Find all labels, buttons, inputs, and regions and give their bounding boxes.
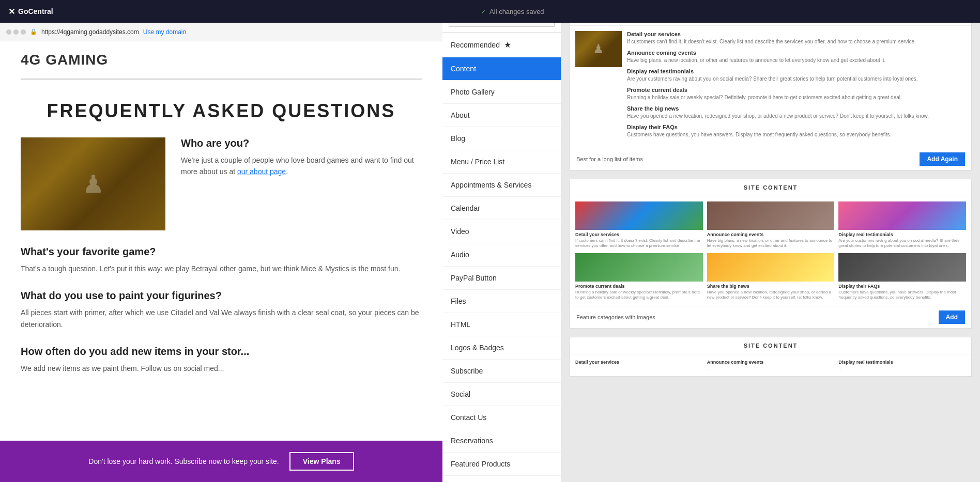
sidebar-item-blog[interactable]: Blog bbox=[442, 127, 561, 150]
add-again-button[interactable]: Add Again bbox=[920, 152, 965, 166]
card3-grid-item-3: Display real testimonials ... bbox=[838, 360, 966, 371]
site-content-card-3: SITE CONTENT Detail your services ... An… bbox=[570, 337, 972, 377]
faq-text-4: How often do you add new items in your s… bbox=[21, 346, 249, 374]
card2-thumb-5 bbox=[707, 253, 835, 282]
sidebar-item-label: About bbox=[451, 111, 470, 119]
sidebar-item-label: PayPal Button bbox=[451, 274, 497, 282]
faq-text-1: Who are you? We're just a couple of peop… bbox=[181, 137, 422, 178]
sidebar-item-label: Appointments & Services bbox=[451, 181, 531, 189]
card3-label-2: Announce coming events bbox=[707, 360, 835, 365]
sidebar-item-label: Social bbox=[451, 390, 470, 398]
sidebar-item-reservations[interactable]: Reservations bbox=[442, 429, 561, 453]
card2-grid-item-3: Display real testimonials Are your custo… bbox=[838, 201, 966, 249]
sidebar-item-logos-badges[interactable]: Logos & Badges bbox=[442, 336, 561, 360]
sidebar-item-audio[interactable]: Audio bbox=[442, 243, 561, 267]
sidebar-item-subscribe[interactable]: Subscribe bbox=[442, 360, 561, 383]
sidebar-item-calendar[interactable]: Calendar bbox=[442, 197, 561, 220]
add-button[interactable]: Add bbox=[939, 310, 965, 324]
sidebar-item-video[interactable]: Video bbox=[442, 220, 561, 243]
sidebar-item-contact-us[interactable]: Contact Us bbox=[442, 406, 561, 429]
card1-thumbnail: ♟ bbox=[575, 31, 622, 67]
chess-thumbnail-icon: ♟ bbox=[593, 42, 604, 56]
url-bar: 🔒 https://4qgaming.godaddysites.com Use … bbox=[0, 23, 442, 41]
site-content-card-2: SITE CONTENT Detail your services If cus… bbox=[570, 179, 972, 329]
content-divider bbox=[21, 79, 422, 80]
card2-desc-2: Have big plans, a new location, or other… bbox=[707, 238, 835, 249]
sidebar-item-about[interactable]: About bbox=[442, 104, 561, 127]
sidebar-item-files[interactable]: Files bbox=[442, 290, 561, 313]
sidebar-item-label: Calendar bbox=[451, 204, 480, 212]
sidebar-item-appointments[interactable]: Appointments & Services bbox=[442, 174, 561, 197]
app-name: GoCentral bbox=[18, 7, 53, 15]
sidebar-item-label: Subscribe bbox=[451, 367, 483, 375]
faq-item-1: ♟ Who are you? We're just a couple of pe… bbox=[21, 137, 422, 230]
faq-heading: FREQUENTLY ASKED QUESTIONS bbox=[21, 100, 422, 122]
cards-area: SITE CONTENT ♟ Detail your services If c… bbox=[561, 0, 980, 482]
faq-answer-1: We're just a couple of people who love b… bbox=[181, 154, 422, 178]
right-panel: Recommended ★ Content Photo Gallery Abou… bbox=[442, 0, 980, 482]
card2-label-1: Detail your services bbox=[575, 232, 703, 237]
card2-thumb-6 bbox=[838, 253, 966, 282]
sidebar-item-label: Reservations bbox=[451, 437, 493, 445]
sidebar-item-photo-gallery[interactable]: Photo Gallery bbox=[442, 81, 561, 104]
card1-item-5-title: Share the big news bbox=[627, 105, 966, 112]
card2-desc-4: Running a holiday sale or weekly special… bbox=[575, 290, 703, 301]
sidebar-item-label: Logos & Badges bbox=[451, 344, 504, 352]
dot-red bbox=[6, 29, 11, 35]
faq-section: FREQUENTLY ASKED QUESTIONS ♟ Who are you… bbox=[0, 90, 442, 400]
card2-label-5: Share the big news bbox=[707, 284, 835, 289]
sidebar-item-content[interactable]: Content bbox=[442, 57, 561, 81]
about-link[interactable]: our about page bbox=[237, 167, 286, 176]
card3-desc-3: ... bbox=[838, 366, 966, 371]
top-bar: ✕ GoCentral ✓ All changes saved bbox=[0, 0, 980, 23]
sidebar-item-social[interactable]: Social bbox=[442, 383, 561, 406]
faq-answer-4: We add new items as we paint them. Follo… bbox=[21, 363, 249, 374]
card2-thumb-1 bbox=[575, 201, 703, 230]
use-domain-link[interactable]: Use my domain bbox=[143, 28, 186, 36]
sidebar-item-label: Audio bbox=[451, 251, 469, 259]
card1-item-3-desc: Are your customers raving about you on s… bbox=[627, 75, 966, 83]
card1-item-6-desc: Customers have questions, you have answe… bbox=[627, 131, 966, 138]
close-icon[interactable]: ✕ bbox=[8, 7, 15, 17]
view-plans-button[interactable]: View Plans bbox=[289, 452, 354, 471]
sidebar-item-paypal[interactable]: PayPal Button bbox=[442, 267, 561, 290]
star-icon: ★ bbox=[504, 40, 511, 50]
card1-item-1: Detail your services If customers can't … bbox=[627, 31, 966, 45]
sidebar-item-label: Recommended bbox=[451, 41, 500, 49]
dot-green bbox=[21, 29, 26, 35]
faq-question-3: What do you use to paint your figurines? bbox=[21, 290, 422, 302]
card1-item-2: Announce coming events Have big plans, a… bbox=[627, 50, 966, 64]
chess-background: ♟ bbox=[21, 137, 165, 230]
card3-grid-item-2: Announce coming events ... bbox=[707, 360, 835, 371]
sidebar-item-html[interactable]: HTML bbox=[442, 313, 561, 336]
app-logo: ✕ GoCentral bbox=[8, 7, 53, 17]
card2-grid-item-1: Detail your services If customers can't … bbox=[575, 201, 703, 249]
card1-item-4-desc: Running a holiday sale or weekly special… bbox=[627, 94, 966, 101]
sidebar-item-label: Files bbox=[451, 297, 466, 305]
card2-grid-item-5: Share the big news Have you opened a new… bbox=[707, 253, 835, 301]
card1-item-3: Display real testimonials Are your custo… bbox=[627, 68, 966, 83]
sidebar-item-label: Contact Us bbox=[451, 413, 486, 422]
card1-item-1-desc: If customers can't find it, it doesn't e… bbox=[627, 38, 966, 45]
card3-desc-2: ... bbox=[707, 366, 835, 371]
card2-label-4: Promote current deals bbox=[575, 284, 703, 289]
card1-item-3-title: Display real testimonials bbox=[627, 68, 966, 74]
card1-item-6-title: Display their FAQs bbox=[627, 124, 966, 130]
card1-item-1-title: Detail your services bbox=[627, 31, 966, 37]
card2-desc-5: Have you opened a new location, redesign… bbox=[707, 290, 835, 301]
card1-item-5: Share the big news Have you opened a new… bbox=[627, 105, 966, 120]
card2-footer: Feature categories with images Add bbox=[570, 306, 971, 328]
sidebar-item-menu-price-list[interactable]: Menu / Price List bbox=[442, 150, 561, 174]
faq-answer-3: All pieces start with primer, after whic… bbox=[21, 307, 422, 330]
card3-label-1: Detail your services bbox=[575, 360, 703, 365]
card2-thumb-2 bbox=[707, 201, 835, 230]
site-content-card-1: SITE CONTENT ♟ Detail your services If c… bbox=[570, 8, 972, 170]
card2-thumb-3 bbox=[838, 201, 966, 230]
lock-icon: 🔒 bbox=[30, 28, 37, 35]
sidebar-item-label: HTML bbox=[451, 320, 470, 329]
faq-item-2: What's your favorite game? That's a toug… bbox=[21, 246, 422, 274]
dot-yellow bbox=[13, 29, 19, 35]
sidebar-item-featured-products[interactable]: Featured Products bbox=[442, 453, 561, 476]
sidebar-item-recommended[interactable]: Recommended ★ bbox=[442, 33, 561, 57]
sidebar-item-label: Blog bbox=[451, 134, 465, 143]
